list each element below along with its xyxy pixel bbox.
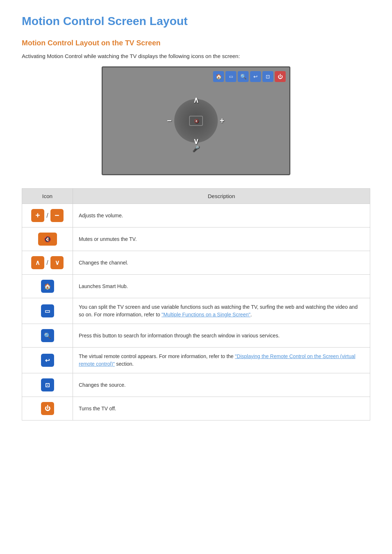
section-title: Motion Control Layout on the TV Screen [22,39,370,47]
slash-separator: / [46,212,48,219]
channel-down-icon: ∨ [50,256,64,269]
tv-remote-icon: ↩ [250,71,261,82]
ctrl-volume-minus: − [167,116,172,126]
table-row-volume: + / − Adjusts the volume. [22,204,370,227]
tv-search-icon: 🔍 [238,71,249,82]
mute-icon: 🔇 [38,233,57,246]
desc-cell-source: Changes the source. [73,373,370,397]
icon-cell-search: 🔍 [22,324,73,348]
desc-cell-power: Turns the TV off. [73,397,370,420]
icon-cell-power: ⏻ [22,397,73,420]
icon-cell-mute: 🔇 [22,227,73,251]
volume-icons: + / − [28,209,67,222]
search-icon: 🔍 [41,329,54,342]
source-icon: ⊡ [41,378,54,391]
multiscreen-icon: ▭ [41,304,54,317]
channel-up-icon: ∧ [31,256,44,269]
multiscreen-desc-after: . [250,312,252,317]
volume-minus-icon: − [50,209,64,222]
ctrl-mic: 🎤 [192,145,200,152]
table-row-search: 🔍 Press this button to search for inform… [22,324,370,348]
icon-cell-remote: ↩ [22,348,73,373]
smarthub-icon: 🏠 [41,280,54,293]
table-row-source: ⊡ Changes the source. [22,373,370,397]
remote-desc-after: section. [115,361,134,367]
icon-cell-channel: ∧ / ∨ [22,251,73,275]
icon-cell-multiscreen: ▭ [22,298,73,324]
channel-icons: ∧ / ∨ [28,256,67,269]
table-row-multiscreen: ▭ You can split the TV screen and use va… [22,298,370,324]
ctrl-mute-center: 🔇 [189,116,203,126]
control-grid: − + ∧ ∨ 🔇 🎤 [167,95,225,146]
table-row-mute: 🔇 Mutes or unmutes the TV. [22,227,370,251]
remote-desc-before: The virtual remote control appears. For … [79,353,235,359]
tv-controls: − + ∧ ∨ 🔇 🎤 [167,95,225,146]
desc-cell-mute: Mutes or unmutes the TV. [73,227,370,251]
power-icon: ⏻ [41,402,54,415]
tv-source-icon: ⊡ [262,71,273,82]
ctrl-volume-plus: + [220,116,224,126]
tv-smarthub-icon: 🏠 [213,71,224,82]
tv-screen: 🏠 ▭ 🔍 ↩ ⊡ ⏻ − + ∧ ∨ 🔇 🎤 [102,66,290,175]
table-row-power: ⏻ Turns the TV off. [22,397,370,420]
tv-screen-container: 🏠 ▭ 🔍 ↩ ⊡ ⏻ − + ∧ ∨ 🔇 🎤 [22,66,370,175]
slash-separator2: / [46,259,48,267]
table-row-channel: ∧ / ∨ Changes the channel. [22,251,370,275]
multiscreen-link[interactable]: "Multiple Functions on a Single Screen" [162,312,250,317]
desc-cell-multiscreen: You can split the TV screen and use vari… [73,298,370,324]
intro-text: Activating Motion Control while watching… [22,53,370,59]
col-desc-header: Description [73,189,370,204]
tv-power-icon: ⏻ [275,71,286,82]
desc-cell-search: Press this button to search for informat… [73,324,370,348]
col-icon-header: Icon [22,189,73,204]
tv-icon-bar: 🏠 ▭ 🔍 ↩ ⊡ ⏻ [213,71,286,82]
tv-multiscreen-icon: ▭ [225,71,236,82]
table-row-smarthub: 🏠 Launches Smart Hub. [22,275,370,298]
desc-cell-remote: The virtual remote control appears. For … [73,348,370,373]
ctrl-channel-up: ∧ [193,95,199,105]
icon-cell-smarthub: 🏠 [22,275,73,298]
volume-plus-icon: + [31,209,44,222]
table-row-remote: ↩ The virtual remote control appears. Fo… [22,348,370,373]
icon-cell-source: ⊡ [22,373,73,397]
desc-cell-channel: Changes the channel. [73,251,370,275]
icon-cell-volume: + / − [22,204,73,227]
desc-cell-smarthub: Launches Smart Hub. [73,275,370,298]
remote-icon: ↩ [41,354,54,367]
page-title: Motion Control Screen Layout [22,15,370,28]
desc-cell-volume: Adjusts the volume. [73,204,370,227]
icon-table: Icon Description + / − Adjusts the volum… [22,188,370,420]
